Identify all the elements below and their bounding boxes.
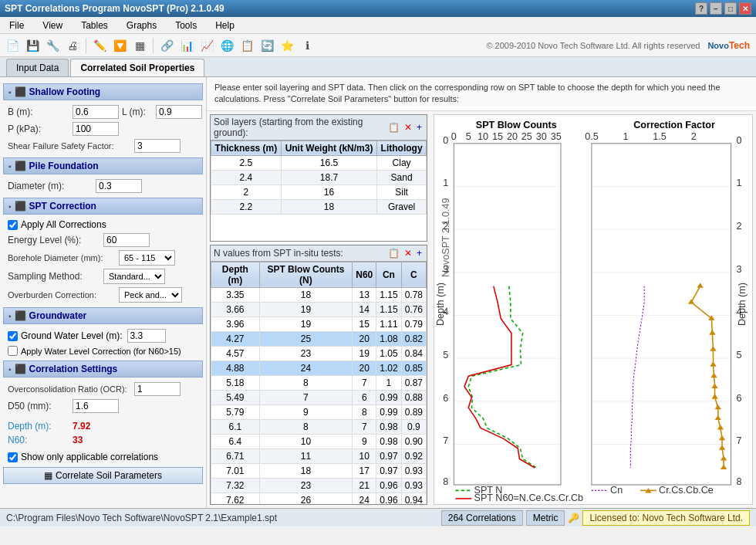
energy-input[interactable] <box>103 233 150 247</box>
star-btn[interactable]: ⭐ <box>278 36 296 55</box>
svg-rect-29 <box>454 144 561 485</box>
spt-row[interactable]: 7.0118170.970.93 <box>211 463 427 478</box>
soil-layers-scroll[interactable]: Thickness (m) Unit Weight (kN/m3) Lithol… <box>211 140 427 241</box>
menu-help[interactable]: Help <box>209 19 241 32</box>
spt-row[interactable]: 6.1870.980.9 <box>211 419 427 434</box>
soil-layer-row[interactable]: 2.418.7Sand <box>211 170 427 184</box>
spt-add-icon[interactable]: + <box>415 247 424 259</box>
spt-label: N values from SPT in-situ tests: <box>214 248 343 259</box>
table-btn[interactable]: ▦ <box>130 36 149 55</box>
soil-layer-row[interactable]: 2.516.5Clay <box>211 155 427 170</box>
water-correction-checkbox[interactable] <box>8 346 18 356</box>
borehole-select[interactable]: 65 - 115 115 - 150 > 150 <box>119 250 175 266</box>
print-btn[interactable]: 🖨 <box>63 36 82 55</box>
globe-btn[interactable]: 🌐 <box>218 36 236 55</box>
spt-row[interactable]: 7.3223210.960.93 <box>211 478 427 493</box>
apply-all-checkbox[interactable] <box>8 220 18 230</box>
svg-text:6: 6 <box>737 393 742 404</box>
spt-row[interactable]: 6.41090.980.90 <box>211 434 427 449</box>
close-btn[interactable]: ✕ <box>739 2 751 15</box>
copy-btn[interactable]: 📋 <box>238 36 256 55</box>
spt-row[interactable]: 7.6226240.960.94 <box>211 493 427 504</box>
spt-delete-icon[interactable]: ✕ <box>403 247 413 259</box>
spt-row[interactable]: 3.9619151.110.79 <box>211 317 427 331</box>
spt-row[interactable]: 6.7111100.970.92 <box>211 449 427 463</box>
chart-btn[interactable]: 📊 <box>177 36 196 55</box>
correlate-label: Correlate Soil Parameters <box>56 470 162 481</box>
data-area: Soil layers (starting from the existing … <box>207 111 756 508</box>
expand-corr[interactable]: ▪ <box>8 365 12 374</box>
bar-btn[interactable]: 📈 <box>197 36 216 55</box>
pencil-btn[interactable]: ✏️ <box>90 36 109 55</box>
ocr-input[interactable] <box>134 382 181 396</box>
svg-text:5: 5 <box>737 350 742 361</box>
spt-row[interactable]: 4.2725201.080.82 <box>211 331 427 346</box>
svg-marker-61 <box>710 373 717 377</box>
soil-copy-icon[interactable]: 📋 <box>386 121 401 134</box>
p-input[interactable] <box>73 122 119 136</box>
spt-row[interactable]: 3.3518131.150.78 <box>211 287 427 302</box>
menu-tables[interactable]: Tables <box>75 19 114 32</box>
groundwater-header: ▪ ⬛ Groundwater <box>3 307 203 324</box>
spt-copy-icon[interactable]: 📋 <box>386 247 401 259</box>
overburden-select[interactable]: Peck and... <box>119 287 182 303</box>
sampling-row: Sampling Method: Standard... <box>3 267 203 286</box>
d50-label: D50 (mm): <box>8 401 69 411</box>
new-btn[interactable]: 📄 <box>3 36 22 55</box>
refresh-btn[interactable]: 🔄 <box>258 36 276 55</box>
svg-text:0.5: 0.5 <box>585 130 599 141</box>
spt-row[interactable]: 3.6619141.150.76 <box>211 302 427 317</box>
shallow-footing-header: ▪ ⬛ Shallow Footing <box>3 83 203 100</box>
expand-gw[interactable]: ▪ <box>8 312 12 320</box>
gwl-input[interactable] <box>127 329 166 343</box>
spt-row[interactable]: 5.49760.990.88 <box>211 390 427 405</box>
settings-btn[interactable]: 🔧 <box>43 36 62 55</box>
link-btn[interactable]: 🔗 <box>157 36 176 55</box>
expand-shallow[interactable]: ▪ <box>8 88 12 96</box>
menu-file[interactable]: File <box>3 19 30 32</box>
save-btn[interactable]: 💾 <box>23 36 42 55</box>
show-applicable-checkbox[interactable] <box>8 452 18 462</box>
spt-row[interactable]: 4.8824201.020.85 <box>211 361 427 375</box>
soil-delete-icon[interactable]: ✕ <box>403 121 413 134</box>
soil-add-icon[interactable]: + <box>415 121 424 134</box>
soil-layer-row[interactable]: 2.218Gravel <box>211 199 427 214</box>
gwl-row: Ground Water Level (m): <box>3 327 203 344</box>
spt-table-scroll[interactable]: Depth (m) SPT Blow Counts (N) N60 Cn C 3… <box>211 262 427 504</box>
gwl-checkbox[interactable] <box>8 331 18 341</box>
svg-marker-63 <box>711 394 717 398</box>
spt-icon: ⬛ <box>15 201 26 212</box>
tab-input-data[interactable]: Input Data <box>6 59 69 76</box>
expand-spt[interactable]: ▪ <box>8 202 12 211</box>
statusbar: C:\Program Files\Novo Tech Software\Novo… <box>0 508 756 526</box>
filter-btn[interactable]: 🔽 <box>110 36 129 55</box>
minimize-btn[interactable]: − <box>710 2 722 15</box>
spt-row[interactable]: 5.188710.87 <box>211 375 427 390</box>
sampling-select[interactable]: Standard... <box>103 269 165 284</box>
svg-text:15: 15 <box>492 130 503 141</box>
sep2 <box>153 38 154 53</box>
n60-value: 33 <box>73 435 83 445</box>
d50-input[interactable] <box>73 399 119 413</box>
menu-tools[interactable]: Tools <box>169 19 203 32</box>
expand-pile[interactable]: ▪ <box>8 162 12 171</box>
l-input[interactable] <box>156 105 202 119</box>
spt-row[interactable]: 4.5723191.050.84 <box>211 346 427 361</box>
diameter-input[interactable] <box>96 179 142 193</box>
col-c: C <box>401 262 426 287</box>
show-applicable-row: Show only applicable correlations <box>3 450 203 464</box>
svg-text:0: 0 <box>451 130 457 141</box>
shear-input[interactable] <box>134 139 181 153</box>
menu-graphs[interactable]: Graphs <box>120 19 163 32</box>
help-btn[interactable]: ? <box>695 2 707 15</box>
svg-marker-58 <box>709 330 715 334</box>
maximize-btn[interactable]: □ <box>724 2 737 15</box>
spt-row[interactable]: 5.79980.990.89 <box>211 405 427 419</box>
correlate-button[interactable]: ▦ Correlate Soil Parameters <box>3 467 203 484</box>
info-btn[interactable]: ℹ <box>298 36 316 55</box>
soil-layer-row[interactable]: 216Silt <box>211 184 427 199</box>
tab-correlated-soil[interactable]: Correlated Soil Properties <box>70 59 204 76</box>
b-input[interactable] <box>73 105 119 119</box>
pile-icon: ⬛ <box>15 161 26 171</box>
menu-view[interactable]: View <box>36 19 69 32</box>
